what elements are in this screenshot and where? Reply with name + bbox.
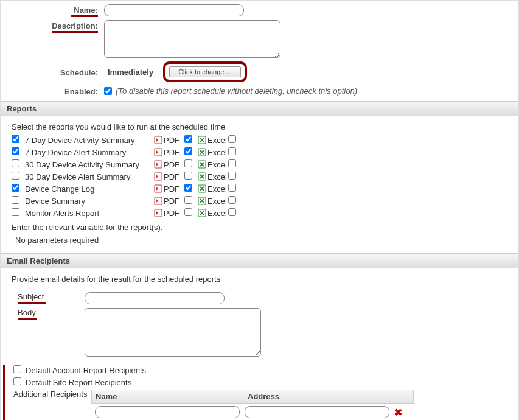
description-label: Description: [1,20,104,30]
report-excel-checkbox[interactable] [228,172,236,180]
body-label: Body [12,308,85,317]
schedule-change-highlight: Click to change ... [163,61,246,82]
recipient-address-input[interactable] [245,406,389,418]
report-row: Device Change LogPDFExcel [12,183,507,195]
pdf-icon [153,172,164,181]
report-select-checkbox[interactable] [12,135,19,143]
pdf-icon [153,184,164,193]
excel-icon [197,184,207,193]
pdf-label: PDF [164,172,184,181]
pdf-icon [153,148,164,156]
email-header: Email Recipients [1,253,518,268]
pdf-label: PDF [164,184,184,194]
pdf-label: PDF [164,209,184,218]
report-select-checkbox[interactable] [12,196,19,204]
pdf-label: PDF [164,136,184,145]
report-pdf-checkbox[interactable] [184,196,192,204]
excel-label: Excel [207,197,228,206]
report-row: Device SummaryPDFExcel [12,195,507,207]
schedule-label: Schedule: [1,67,104,77]
excel-icon [197,136,207,144]
excel-icon [197,160,207,169]
pdf-icon [153,160,164,169]
report-name: 7 Day Device Activity Summary [25,136,153,145]
pdf-label: PDF [164,148,184,157]
report-row: 7 Day Device Activity SummaryPDFExcel [12,134,507,146]
excel-icon [197,209,207,217]
report-pdf-checkbox[interactable] [184,172,192,180]
name-input[interactable] [104,4,244,16]
recipient-name-input[interactable] [95,406,240,418]
report-select-checkbox[interactable] [12,147,19,155]
subject-label: Subject [12,292,85,301]
enabled-note: (To disable this report schedule without… [116,86,357,96]
excel-label: Excel [207,160,228,169]
enabled-label: Enabled: [1,86,104,96]
schedule-value: Immediately [104,66,157,78]
subject-input[interactable] [85,292,225,304]
report-excel-checkbox[interactable] [228,147,236,155]
recipients-col-address: Address [248,392,409,401]
report-excel-checkbox[interactable] [228,196,236,204]
reports-param-note: Enter the relevant variable for the repo… [12,223,507,232]
report-excel-checkbox[interactable] [228,208,236,216]
pdf-icon [153,209,164,217]
excel-label: Excel [207,184,228,194]
reports-header: Reports [1,101,518,116]
excel-label: Excel [207,209,228,218]
reports-select-note: Select the reports you would like to run… [1,120,518,134]
name-label: Name: [1,4,104,15]
report-row: Monitor Alerts ReportPDFExcel [12,207,507,219]
enabled-checkbox[interactable] [104,87,112,95]
report-select-checkbox[interactable] [12,172,19,180]
report-select-checkbox[interactable] [12,208,19,216]
excel-label: Excel [207,148,228,157]
report-pdf-checkbox[interactable] [184,147,192,155]
report-name: Monitor Alerts Report [25,209,153,218]
default-site-checkbox[interactable] [13,377,21,385]
report-select-checkbox[interactable] [12,184,19,192]
email-provide-note: Provide email details for the result for… [1,272,518,286]
recipient-row: ✖ [91,404,414,420]
body-textarea[interactable] [85,308,261,357]
excel-icon [197,148,207,156]
pdf-icon [153,197,164,205]
report-pdf-checkbox[interactable] [184,135,192,143]
reports-param-none: No parameters required [15,236,507,245]
report-select-checkbox[interactable] [12,159,19,167]
default-site-label: Default Site Report Recipients [26,378,131,387]
report-row: 30 Day Device Alert SummaryPDFExcel [12,170,507,183]
report-row: 7 Day Device Alert SummaryPDFExcel [12,146,507,158]
excel-icon [197,197,207,205]
report-name: Device Change Log [25,184,153,194]
pdf-label: PDF [164,197,184,206]
delete-recipient-button[interactable]: ✖ [394,407,402,418]
excel-label: Excel [207,136,228,145]
excel-icon [197,172,207,181]
excel-label: Excel [207,172,228,181]
recipients-col-name: Name [96,392,248,401]
default-account-label: Default Account Report Recipients [26,366,146,375]
report-pdf-checkbox[interactable] [184,159,192,167]
report-excel-checkbox[interactable] [228,159,236,167]
pdf-label: PDF [164,160,184,169]
report-row: 30 Day Device Activity SummaryPDFExcel [12,158,507,170]
report-pdf-checkbox[interactable] [184,208,192,216]
additional-recipients-label: Additional Recipients [13,390,91,399]
description-textarea[interactable] [104,20,280,58]
report-pdf-checkbox[interactable] [184,184,192,192]
pdf-icon [153,136,164,144]
report-name: 30 Day Device Activity Summary [25,160,153,169]
report-name: 7 Day Device Alert Summary [25,148,153,157]
report-name: Device Summary [25,197,153,206]
report-excel-checkbox[interactable] [228,135,236,143]
report-name: 30 Day Device Alert Summary [25,172,153,181]
report-excel-checkbox[interactable] [228,184,236,192]
schedule-change-button[interactable]: Click to change ... [169,66,240,77]
default-account-checkbox[interactable] [13,365,21,373]
